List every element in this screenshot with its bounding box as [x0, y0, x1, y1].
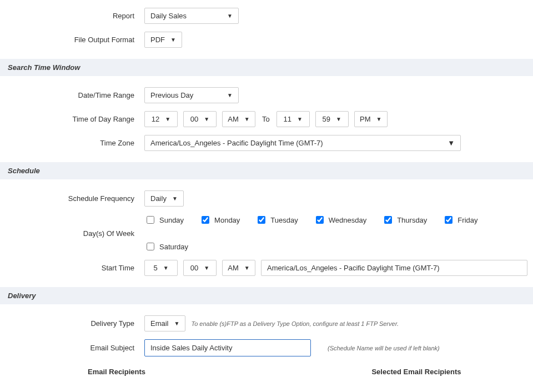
day-checkbox-sunday[interactable]: Sunday: [144, 214, 184, 225]
search-window-header: Search Time Window: [0, 59, 533, 76]
checkbox-input[interactable]: [147, 243, 154, 250]
to-text: To: [261, 115, 271, 123]
schedule-timezone-display: America/Los_Angeles - Pacific Daylight T…: [261, 260, 527, 276]
chevron-down-icon: ▼: [244, 116, 250, 122]
checkbox-input[interactable]: [258, 216, 265, 224]
end-ampm-value: PM: [360, 115, 371, 123]
day-checkbox-monday[interactable]: Monday: [199, 214, 240, 225]
schedule-start-ampm-select[interactable]: AM ▼: [222, 260, 255, 276]
chevron-down-icon: ▼: [172, 195, 178, 202]
end-min-value: 59: [323, 115, 330, 123]
chevron-down-icon: ▼: [376, 116, 382, 122]
email-recipients-header: Email Recipients: [0, 368, 233, 376]
chevron-down-icon: ▼: [244, 265, 250, 271]
report-label: Report: [0, 12, 144, 20]
delivery-type-value: Email: [150, 319, 169, 328]
schedule-frequency-label: Schedule Frequency: [0, 194, 144, 203]
timezone-label: Time Zone: [0, 139, 144, 147]
chevron-down-icon: ▼: [227, 13, 233, 19]
day-label: Friday: [457, 216, 477, 224]
start-ampm-value: AM: [228, 115, 239, 123]
chevron-down-icon: ▼: [204, 265, 209, 271]
checkbox-input[interactable]: [445, 216, 452, 224]
schedule-frequency-select[interactable]: Daily ▼: [144, 190, 184, 207]
day-checkbox-saturday[interactable]: Saturday: [144, 241, 188, 252]
end-ampm-select[interactable]: PM ▼: [354, 111, 388, 127]
chevron-down-icon: ▼: [165, 116, 170, 122]
chevron-down-icon: ▼: [297, 116, 303, 122]
chevron-down-icon: ▼: [163, 265, 169, 271]
days-of-week-group: Sunday Monday Tuesday Wednesday Thursday…: [144, 214, 533, 252]
day-checkbox-tuesday[interactable]: Tuesday: [255, 214, 298, 225]
timezone-select[interactable]: America/Los_Angeles - Pacific Daylight T…: [144, 135, 461, 151]
start-min-value: 00: [190, 115, 198, 123]
delivery-type-label: Delivery Type: [0, 319, 144, 328]
day-label: Thursday: [397, 216, 427, 224]
report-select-value: Daily Sales: [150, 12, 187, 20]
end-min-select[interactable]: 59 ▼: [315, 111, 349, 127]
day-label: Wednesday: [329, 216, 366, 224]
day-label: Monday: [214, 216, 240, 224]
day-checkbox-wednesday[interactable]: Wednesday: [314, 214, 366, 225]
end-hour-select[interactable]: 11 ▼: [276, 111, 310, 127]
checkbox-input[interactable]: [384, 216, 392, 224]
end-hour-value: 11: [284, 115, 291, 123]
date-range-select[interactable]: Previous Day ▼: [144, 87, 239, 103]
checkbox-input[interactable]: [202, 216, 209, 224]
timezone-select-value: America/Los_Angeles - Pacific Daylight T…: [150, 139, 323, 147]
file-output-label: File Output Format: [0, 36, 144, 44]
start-time-label: Start Time: [0, 264, 144, 272]
checkbox-input[interactable]: [316, 216, 324, 224]
schedule-start-min-value: 00: [190, 264, 198, 272]
chevron-down-icon: ▼: [227, 92, 233, 98]
start-hour-select[interactable]: 12 ▼: [144, 111, 178, 127]
day-checkbox-friday[interactable]: Friday: [443, 214, 477, 225]
chevron-down-icon: ▼: [447, 139, 455, 147]
day-label: Tuesday: [270, 216, 298, 224]
selected-email-recipients-header: Selected Email Recipients: [300, 368, 533, 376]
file-output-select-value: PDF: [150, 36, 165, 44]
email-subject-input[interactable]: [144, 339, 311, 356]
start-hour-value: 12: [152, 115, 159, 123]
delivery-type-hint: To enable (s)FTP as a Delivery Type Opti…: [191, 320, 399, 327]
days-of-week-label: Day(s) Of Week: [0, 229, 144, 238]
schedule-frequency-value: Daily: [150, 194, 167, 203]
time-range-label: Time of Day Range: [0, 115, 144, 123]
email-subject-label: Email Subject: [0, 344, 144, 352]
start-min-select[interactable]: 00 ▼: [183, 111, 217, 127]
chevron-down-icon: ▼: [174, 320, 180, 326]
start-ampm-select[interactable]: AM ▼: [222, 111, 255, 127]
file-output-select[interactable]: PDF ▼: [144, 32, 182, 48]
delivery-type-select[interactable]: Email ▼: [144, 315, 185, 331]
schedule-start-min-select[interactable]: 00 ▼: [183, 260, 217, 276]
day-label: Saturday: [159, 243, 188, 251]
day-checkbox-thursday[interactable]: Thursday: [382, 214, 427, 225]
schedule-header: Schedule: [0, 162, 533, 179]
chevron-down-icon: ▼: [204, 116, 209, 122]
email-subject-hint: (Schedule Name will be used if left blan…: [328, 345, 440, 351]
schedule-start-ampm-value: AM: [228, 264, 239, 272]
delivery-header: Delivery: [0, 287, 533, 304]
report-select[interactable]: Daily Sales ▼: [144, 8, 239, 24]
chevron-down-icon: ▼: [170, 37, 176, 43]
schedule-start-hour-value: 5: [153, 264, 157, 272]
schedule-start-hour-select[interactable]: 5 ▼: [144, 260, 178, 276]
date-range-label: Date/Time Range: [0, 91, 144, 99]
checkbox-input[interactable]: [147, 216, 154, 224]
date-range-select-value: Previous Day: [150, 91, 193, 99]
day-label: Sunday: [159, 216, 184, 224]
chevron-down-icon: ▼: [336, 116, 341, 122]
